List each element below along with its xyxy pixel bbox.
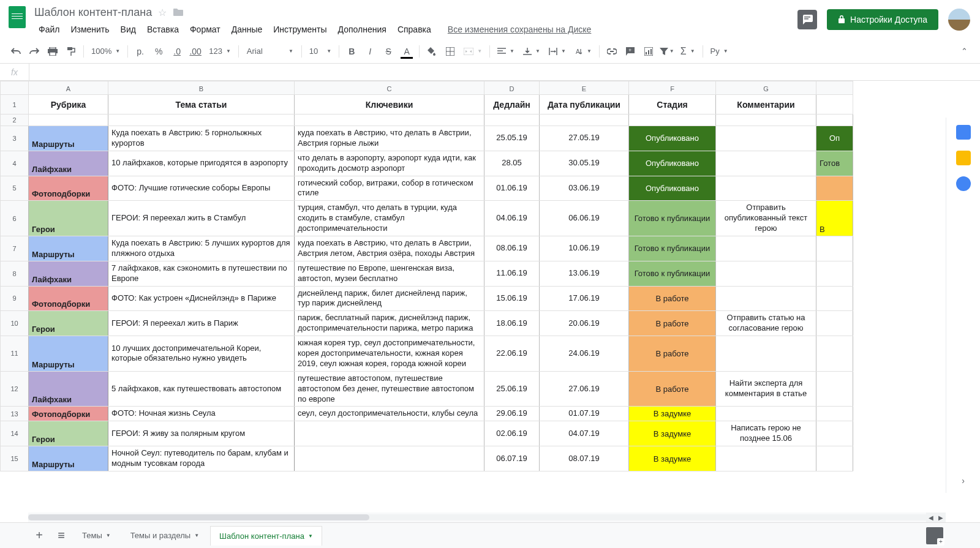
header-cell[interactable]: Тема статьи [108, 95, 295, 114]
increase-decimal-button[interactable]: .00 [187, 43, 204, 60]
comment-cell[interactable]: Отправить статью на согласование герою [716, 311, 816, 336]
strikethrough-button[interactable]: S [380, 43, 397, 60]
comments-button[interactable] [797, 10, 817, 29]
extra-cell[interactable] [816, 261, 853, 286]
comment-cell[interactable]: Отправить опубликованный текст герою [716, 201, 816, 236]
category-cell[interactable]: Лайфхаки [29, 261, 108, 286]
extra-cell[interactable] [816, 176, 853, 201]
row-header-10[interactable]: 10 [1, 311, 29, 336]
horizontal-scrollbar[interactable]: ◀ ▶ [28, 512, 946, 522]
redo-button[interactable] [26, 43, 43, 60]
publish-date-cell[interactable]: 10.06.19 [540, 236, 629, 261]
explore-button[interactable] [926, 527, 943, 544]
functions-button[interactable]: Σ▼ [677, 43, 699, 60]
extra-cell[interactable] [816, 421, 853, 446]
save-status[interactable]: Все изменения сохранены на Диске [443, 22, 597, 37]
stage-cell[interactable]: Готово к публикации [629, 236, 716, 261]
menu-Формат[interactable]: Формат [186, 22, 225, 37]
insert-comment-button[interactable]: + [622, 43, 639, 60]
row-header-6[interactable]: 6 [1, 201, 29, 236]
topic-cell[interactable]: Куда поехать в Австрию: 5 горнолыжных ку… [108, 126, 295, 151]
undo-button[interactable] [7, 43, 24, 60]
category-cell[interactable]: Герои [29, 421, 108, 446]
menu-Данные[interactable]: Данные [227, 22, 267, 37]
topic-cell[interactable]: 10 лучших достопримечательной Кореи, кот… [108, 336, 295, 372]
stage-cell[interactable]: Опубликовано [629, 126, 716, 151]
row-header-11[interactable]: 11 [1, 336, 29, 372]
text-wrap-button[interactable]: ▼ [545, 43, 570, 60]
spreadsheet-grid[interactable]: ABCDEFG1РубрикаТема статьиКлючевикиДедла… [0, 81, 853, 471]
deadline-cell[interactable]: 11.06.19 [484, 261, 540, 286]
col-header-B[interactable]: B [108, 81, 295, 95]
col-header-F[interactable]: F [629, 81, 716, 95]
menu-Инструменты[interactable]: Инструменты [269, 22, 331, 37]
keywords-cell[interactable]: париж, бесплатный париж, диснейлэнд пари… [295, 311, 484, 336]
publish-date-cell[interactable]: 01.07.19 [540, 407, 629, 421]
publish-date-cell[interactable]: 13.06.19 [540, 261, 629, 286]
category-cell[interactable]: Герои [29, 311, 108, 336]
topic-cell[interactable]: 10 лайфхаков, которые пригодятся в аэроп… [108, 151, 295, 176]
header-cell[interactable]: Дедлайн [484, 95, 540, 114]
folder-icon[interactable] [173, 8, 184, 17]
stage-cell[interactable]: Опубликовано [629, 176, 716, 201]
publish-date-cell[interactable]: 20.06.19 [540, 311, 629, 336]
print-button[interactable] [44, 43, 61, 60]
font-family-combo[interactable]: Arial▼ [243, 43, 298, 60]
header-cell[interactable]: Комментарии [716, 95, 816, 114]
borders-button[interactable] [442, 43, 459, 60]
stage-cell[interactable]: В работе [629, 336, 716, 372]
comment-cell[interactable] [716, 236, 816, 261]
col-header-G[interactable]: G [716, 81, 816, 95]
header-cell[interactable]: Стадия [629, 95, 716, 114]
row-header-1[interactable]: 1 [1, 95, 29, 114]
deadline-cell[interactable]: 28.05 [484, 151, 540, 176]
extra-cell[interactable]: Оп [816, 126, 853, 151]
publish-date-cell[interactable]: 30.05.19 [540, 151, 629, 176]
sheet-tab[interactable]: Шаблон контент-плана▼ [210, 526, 322, 546]
formula-input[interactable] [29, 67, 980, 77]
extra-cell[interactable]: Готов [816, 151, 853, 176]
bold-button[interactable]: B [343, 43, 360, 60]
filter-button[interactable]: ▼ [658, 43, 676, 60]
col-header-D[interactable]: D [484, 81, 540, 95]
row-header-5[interactable]: 5 [1, 176, 29, 201]
header-cell[interactable]: Рубрика [29, 95, 108, 114]
merge-cells-button[interactable]: ▼ [460, 43, 486, 60]
comment-cell[interactable]: Найти эксперта для комментария в статье [716, 371, 816, 407]
percent-button[interactable]: % [150, 43, 167, 60]
extra-cell[interactable]: В [816, 201, 853, 236]
topic-cell[interactable]: ФОТО: Как устроен «Диснейлэнд» в Париже [108, 286, 295, 311]
deadline-cell[interactable]: 29.06.19 [484, 407, 540, 421]
currency-button[interactable]: р. [132, 43, 149, 60]
document-title[interactable]: Шаблон контент-плана [34, 6, 152, 19]
topic-cell[interactable]: ГЕРОИ: Я живу за полярным кругом [108, 421, 295, 446]
menu-Изменить[interactable]: Изменить [66, 22, 113, 37]
keywords-cell[interactable]: что делать в аэропорту, аэропорт куда ид… [295, 151, 484, 176]
comment-cell[interactable] [716, 176, 816, 201]
keywords-cell[interactable]: куда поехать в Австрию, что делать в Авс… [295, 126, 484, 151]
select-all-cell[interactable] [1, 81, 29, 95]
deadline-cell[interactable]: 22.06.19 [484, 336, 540, 372]
star-icon[interactable]: ☆ [158, 7, 167, 18]
category-cell[interactable]: Герои [29, 201, 108, 236]
scroll-right-arrow[interactable]: ▶ [936, 512, 946, 522]
sheet-tab[interactable]: Темы▼ [74, 526, 119, 546]
col-header-extra[interactable] [816, 81, 853, 95]
keywords-cell[interactable]: сеул, сеул достопримечательности, клубы … [295, 407, 484, 421]
col-header-E[interactable]: E [540, 81, 629, 95]
all-sheets-button[interactable]: ≡ [51, 526, 71, 546]
row-header-12[interactable]: 12 [1, 371, 29, 407]
publish-date-cell[interactable]: 24.06.19 [540, 336, 629, 372]
comment-cell[interactable]: Написать герою не позднее 15.06 [716, 421, 816, 446]
deadline-cell[interactable]: 18.06.19 [484, 311, 540, 336]
row-header-8[interactable]: 8 [1, 261, 29, 286]
topic-cell[interactable]: Ночной Сеул: путеводитель по барам, клуб… [108, 446, 295, 471]
extra-cell[interactable] [816, 236, 853, 261]
deadline-cell[interactable]: 25.06.19 [484, 371, 540, 407]
deadline-cell[interactable]: 08.06.19 [484, 236, 540, 261]
text-rotation-button[interactable]: A▼ [571, 43, 595, 60]
menu-Файл[interactable]: Файл [34, 22, 64, 37]
topic-cell[interactable]: 7 лайфхаков, как сэкономить в путешестви… [108, 261, 295, 286]
stage-cell[interactable]: В задумке [629, 446, 716, 471]
keywords-cell[interactable]: диснейленд париж, билет диснейленд париж… [295, 286, 484, 311]
